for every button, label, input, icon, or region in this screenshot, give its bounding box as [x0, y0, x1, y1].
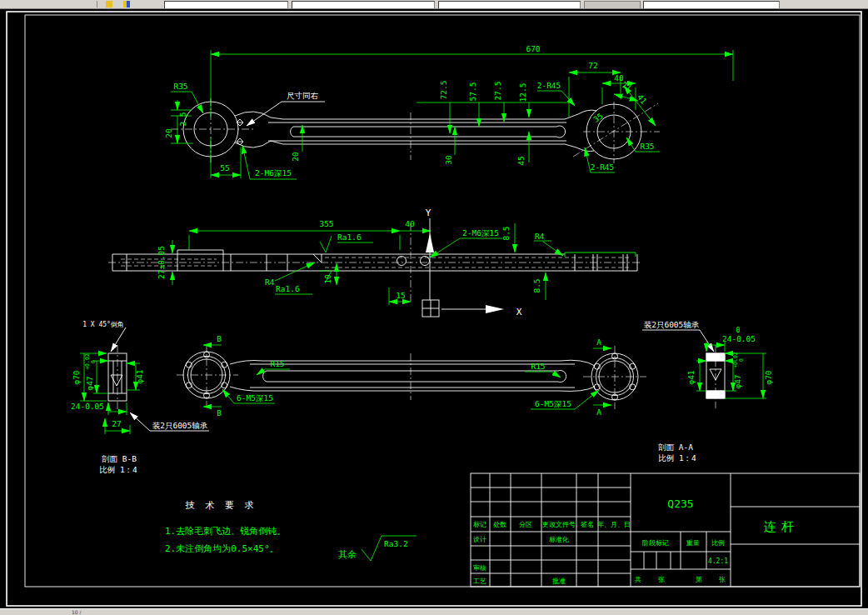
dim-27-5: 27.5 — [493, 82, 502, 101]
part-name: 连杆 — [764, 519, 799, 534]
surface-ra16-bottom: Ra1.6 — [276, 284, 300, 293]
dim-72: 72 — [588, 61, 597, 70]
aa-dim24-upper: 0 — [736, 327, 741, 334]
scale-label: 比例 — [711, 539, 725, 547]
axis-x-label: X — [516, 307, 522, 318]
other-roughness-value: Ra3.2 — [384, 539, 408, 548]
dim-2-5: 2.5 — [178, 112, 187, 126]
section-bb-title: 剖面 B-B — [102, 454, 137, 463]
color-combo[interactable] — [292, 1, 435, 9]
section-b-top: B — [217, 334, 222, 343]
fillet-r4-right: R4 — [535, 232, 545, 241]
slot-r15-right: R15 — [531, 362, 545, 371]
rev-header-zone: 分区 — [519, 521, 532, 528]
model-space-background[interactable] — [0, 8, 868, 609]
other-surfaces-label: 其余 — [338, 549, 357, 560]
thread-note-m6-mid: 2-M6深15 — [462, 228, 499, 238]
bb-dia70: φ70 — [72, 370, 81, 384]
bearing-note-left: 装2只6005轴承 — [152, 421, 208, 430]
bb-dim27: 27 — [112, 419, 121, 428]
dim-355: 355 — [319, 219, 333, 228]
dim-27-tol: 27±0.05 — [157, 246, 166, 279]
section-aa-title: 剖面 A-A — [658, 442, 693, 452]
section-a-top: A — [596, 338, 601, 347]
layer-color-icon[interactable] — [123, 1, 130, 8]
section-b-bottom: B — [217, 408, 222, 418]
rev-header-sign: 签名 — [581, 521, 594, 528]
dim-670: 670 — [526, 44, 540, 53]
section-a-bottom: A — [596, 408, 601, 417]
toolbar-separator — [97, 1, 97, 8]
surface-ra16-top: Ra1.6 — [337, 232, 362, 242]
tech-req-item2: 2.未注倒角均为0.5×45°。 — [165, 543, 279, 554]
plotstyle-combo[interactable] — [643, 1, 780, 9]
weight-label: 重量 — [686, 539, 700, 547]
bb-dia47-tol-lower: 0 — [90, 360, 97, 363]
tech-req-title: 技 术 要 求 — [186, 500, 257, 511]
dim-8-5-top: 8.5 — [501, 226, 511, 240]
rev-header-mark: 标记 — [473, 521, 486, 528]
dim-20-slot: 20 — [291, 152, 300, 162]
aa-dia70: φ70 — [764, 370, 773, 384]
toolbar — [0, 0, 868, 9]
note-same-as-right: 尺寸同右 — [287, 91, 319, 100]
dim-40: 40 — [614, 73, 624, 82]
material-value: Q235 — [667, 498, 693, 510]
dim-15: 15 — [396, 291, 405, 300]
role-process: 工艺 — [473, 578, 486, 585]
dim-55: 55 — [220, 163, 229, 172]
dim-20-left: 20 — [164, 128, 173, 138]
fillet-2-r45-top: 2-R45 — [537, 81, 561, 90]
bb-dia41: φ41 — [135, 369, 144, 383]
dim-72-5: 72.5 — [439, 81, 448, 100]
bearing-note-right: 装2只6005轴承 — [644, 320, 700, 329]
aa-dim24: 24-0.05 — [722, 334, 756, 343]
fillet-r4-left: R4 — [265, 278, 275, 287]
sheet-unit2: 张 — [719, 576, 726, 583]
rev-header-docno: 更改文件号 — [542, 521, 576, 528]
sheet-unit1: 张 — [658, 576, 665, 583]
role-standardization: 标准化 — [549, 536, 569, 543]
chamfer-note: 1 X 45°倒角 — [82, 321, 124, 328]
dim-10: 10 — [323, 274, 332, 284]
aa-dia47: φ47 — [733, 374, 742, 388]
bb-dia47: φ47 — [85, 376, 94, 390]
scale-value: 4.2:1 — [708, 558, 728, 565]
status-bar: 10 / — [0, 608, 868, 615]
slot-r15-left: R15 — [270, 359, 284, 368]
linetype-combo[interactable] — [438, 1, 581, 9]
thread-note-m6: 2-M6深15 — [255, 168, 292, 178]
sheet-total-label: 共 — [635, 576, 641, 583]
status-text: 10 / — [72, 609, 82, 615]
rev-header-count: 处数 — [493, 521, 506, 528]
fillet-2-r45-bottom: 2-R45 — [591, 162, 615, 172]
thread-6m5-left: 6-M5深15 — [237, 393, 273, 402]
dim-57-5: 57.5 — [468, 82, 477, 102]
radius-r35-right: R35 — [640, 142, 654, 151]
dim-45: 45 — [516, 156, 526, 165]
thread-6m5-right: 6-M5深15 — [535, 399, 571, 408]
dim-8-5-bottom: 8.5 — [532, 278, 541, 292]
aa-dia41: φ41 — [686, 370, 696, 384]
role-approve: 批准 — [552, 578, 566, 585]
layer-icon[interactable] — [106, 1, 112, 8]
cad-canvas[interactable]: 670 72 40 27 72.5 57.5 27.5 12.5 2.5 20 … — [0, 0, 868, 615]
dim-40-mid: 40 — [405, 219, 415, 228]
section-aa-scale: 比例 1：4 — [658, 453, 696, 462]
dim-30: 30 — [444, 155, 453, 165]
rev-header-date: 年、月、日 — [597, 521, 631, 528]
role-check: 审核 — [473, 564, 486, 572]
dim-12-5: 12.5 — [518, 83, 527, 102]
layer-combo[interactable] — [164, 1, 288, 9]
lineweight-combo[interactable] — [584, 1, 641, 9]
bb-dim24: 24-0.05 — [71, 402, 104, 411]
role-design: 设计 — [473, 536, 486, 543]
axis-y-label: Y — [426, 208, 432, 218]
sheet-no-label: 第 — [696, 576, 702, 583]
stage-mark-label: 阶段标记 — [642, 539, 669, 547]
cad-application-window: 670 72 40 27 72.5 57.5 27.5 12.5 2.5 20 … — [0, 0, 868, 615]
tech-req-item1: 1.去除毛刺飞边、锐角倒钝。 — [165, 526, 286, 537]
aa-dia47-tol-lower: 0 — [738, 358, 745, 362]
section-bb-scale: 比例 1：4 — [99, 465, 137, 474]
radius-r35-left: R35 — [173, 82, 187, 91]
